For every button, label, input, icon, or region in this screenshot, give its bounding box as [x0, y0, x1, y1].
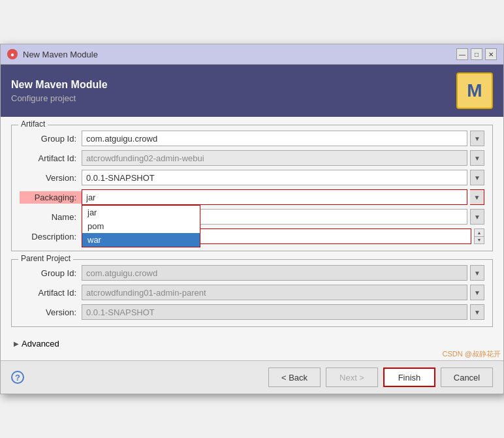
minimize-button[interactable]: — — [456, 48, 468, 60]
parent-version-row: Version: ▼ — [20, 304, 484, 320]
header-title: New Maven Module — [11, 79, 456, 91]
artifactid-label: Artifact Id: — [20, 153, 82, 163]
title-bar: ● New Maven Module — □ ✕ — [1, 44, 503, 65]
parent-groupid-row: Group Id: ▼ — [20, 265, 484, 281]
artifact-section: Artifact Group Id: ▼ Artifact Id: ▼ Ver — [11, 125, 493, 251]
watermark: CSDN @叔静花开 — [443, 349, 501, 359]
groupid-input[interactable] — [82, 131, 467, 146]
advanced-label: Advanced — [22, 339, 59, 349]
parent-version-label: Version: — [20, 307, 82, 317]
parent-project-section: Parent Project Group Id: ▼ Artifact Id: … — [11, 259, 493, 327]
parent-groupid-input[interactable] — [82, 265, 467, 281]
name-dropdown-btn[interactable]: ▼ — [470, 209, 484, 225]
footer-left: ? — [11, 371, 24, 384]
dialog-footer: ? < Back Next > Finish Cancel — [1, 360, 503, 394]
packaging-option-war[interactable]: war — [82, 233, 200, 247]
version-label: Version: — [20, 173, 82, 183]
maven-logo: M — [456, 72, 493, 109]
close-button[interactable]: ✕ — [485, 48, 497, 60]
packaging-dropdown-list: jar pom war — [82, 205, 200, 247]
title-bar-left: ● New Maven Module — [7, 49, 98, 59]
new-maven-module-dialog: ● New Maven Module — □ ✕ New Maven Modul… — [0, 44, 504, 394]
packaging-option-pom[interactable]: pom — [82, 219, 200, 233]
groupid-label: Group Id: — [20, 134, 82, 144]
finish-button[interactable]: Finish — [383, 368, 435, 387]
parent-groupid-dropdown-btn[interactable]: ▼ — [470, 265, 484, 281]
artifactid-input-wrapper: ▼ — [82, 150, 484, 166]
groupid-dropdown-btn[interactable]: ▼ — [470, 131, 484, 146]
parent-artifactid-label: Artifact Id: — [20, 288, 82, 298]
parent-artifactid-dropdown-btn[interactable]: ▼ — [470, 285, 484, 300]
parent-version-dropdown-btn[interactable]: ▼ — [470, 304, 484, 320]
artifact-legend: Artifact — [18, 119, 48, 129]
parent-version-input[interactable] — [82, 304, 467, 320]
back-button[interactable]: < Back — [268, 368, 321, 387]
help-button[interactable]: ? — [11, 371, 24, 384]
maven-icon: ● — [7, 49, 18, 59]
parent-artifactid-input[interactable] — [82, 285, 467, 300]
title-bar-controls: — □ ✕ — [456, 48, 497, 60]
parent-artifactid-input-wrapper: ▼ — [82, 285, 484, 300]
dialog-content: Artifact Group Id: ▼ Artifact Id: ▼ Ver — [1, 117, 503, 360]
name-label: Name: — [20, 212, 82, 222]
footer-buttons: < Back Next > Finish Cancel — [268, 368, 493, 387]
artifactid-dropdown-btn[interactable]: ▼ — [470, 150, 484, 166]
version-row: Version: ▼ — [20, 170, 484, 185]
packaging-input[interactable] — [82, 189, 467, 205]
parent-groupid-input-wrapper: ▼ — [82, 265, 484, 281]
header-subtitle: Configure project — [11, 93, 456, 103]
title-bar-text: New Maven Module — [23, 50, 98, 59]
parent-version-input-wrapper: ▼ — [82, 304, 484, 320]
version-input[interactable] — [82, 170, 467, 185]
dialog-header: New Maven Module Configure project M — [1, 65, 503, 117]
next-button[interactable]: Next > — [326, 368, 378, 387]
parent-artifactid-row: Artifact Id: ▼ — [20, 285, 484, 300]
groupid-row: Group Id: ▼ — [20, 131, 484, 146]
artifactid-input[interactable] — [82, 150, 467, 166]
spinner-up-btn[interactable]: ▲ — [475, 229, 484, 237]
artifactid-row: Artifact Id: ▼ — [20, 150, 484, 166]
packaging-label: Packaging: — [20, 191, 82, 204]
packaging-input-wrapper: ▼ jar pom war — [82, 189, 484, 205]
packaging-option-jar[interactable]: jar — [82, 206, 200, 219]
version-input-wrapper: ▼ — [82, 170, 484, 185]
version-dropdown-btn[interactable]: ▼ — [470, 170, 484, 185]
parent-groupid-label: Group Id: — [20, 268, 82, 278]
parent-project-legend: Parent Project — [18, 254, 73, 263]
advanced-row[interactable]: ▶ Advanced — [11, 335, 493, 352]
description-label: Description: — [20, 232, 82, 242]
header-text: New Maven Module Configure project — [11, 79, 456, 103]
maximize-button[interactable]: □ — [471, 48, 482, 60]
cancel-button[interactable]: Cancel — [441, 368, 493, 387]
spinner-down-btn[interactable]: ▼ — [475, 237, 484, 244]
description-spinner: ▲ ▼ — [474, 228, 484, 244]
groupid-input-wrapper: ▼ — [82, 131, 484, 146]
packaging-row: Packaging: ▼ jar pom war — [20, 189, 484, 205]
packaging-dropdown-btn[interactable]: ▼ — [470, 189, 484, 205]
advanced-triangle-icon: ▶ — [14, 340, 19, 347]
